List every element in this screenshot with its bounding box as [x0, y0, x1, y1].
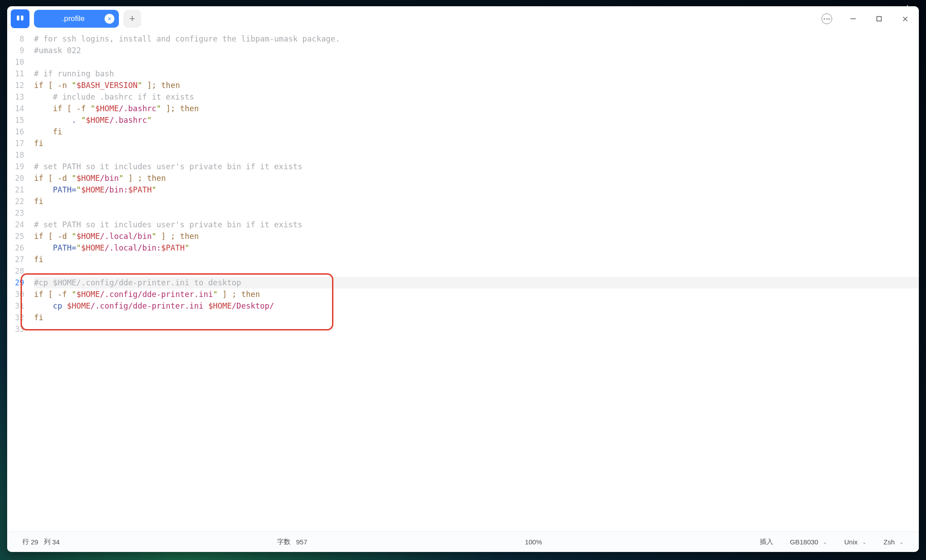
char-count-value: 957: [296, 538, 307, 546]
line-number: 8: [7, 33, 28, 45]
code-line[interactable]: fi: [34, 312, 919, 323]
code-line[interactable]: PATH="$HOME/.local/bin:$PATH": [34, 242, 919, 254]
code-line[interactable]: PATH="$HOME/bin:$PATH": [34, 184, 919, 196]
close-button[interactable]: [900, 14, 910, 24]
line-number: 18: [7, 149, 28, 161]
tab-label: .profile: [42, 14, 105, 23]
close-icon: [902, 16, 909, 22]
line-number: 26: [7, 242, 28, 254]
code-line[interactable]: [34, 56, 919, 68]
line-number: 30: [7, 288, 28, 300]
app-icon: [11, 9, 29, 28]
code-line[interactable]: # set PATH so it includes user's private…: [34, 161, 919, 172]
chevron-down-icon: ⌄: [823, 539, 827, 545]
cursor-position[interactable]: 行 29 列 34: [22, 538, 60, 546]
maximize-button[interactable]: [874, 14, 884, 24]
code-line[interactable]: fi: [34, 196, 919, 207]
new-tab-button[interactable]: +: [123, 10, 141, 28]
encoding-selector[interactable]: GB18030 ⌄: [790, 538, 827, 546]
line-number: 27: [7, 254, 28, 265]
code-line[interactable]: # if running bash: [34, 68, 919, 79]
line-number: 16: [7, 126, 28, 138]
code-line[interactable]: # for ssh logins, install and configure …: [34, 33, 919, 45]
code-line[interactable]: fi: [34, 138, 919, 149]
code-line[interactable]: # set PATH so it includes user's private…: [34, 219, 919, 230]
line-ending-selector[interactable]: Unix ⌄: [844, 538, 867, 546]
minimize-icon: [850, 15, 857, 22]
minimize-button[interactable]: [848, 14, 858, 24]
language-selector[interactable]: Zsh ⌄: [884, 538, 904, 546]
line-number: 29: [7, 277, 28, 288]
insert-mode[interactable]: 插入: [760, 538, 773, 546]
zoom-level[interactable]: 100%: [525, 538, 542, 546]
code-line[interactable]: #cp $HOME/.config/dde-printer.ini to des…: [34, 277, 919, 288]
code-line[interactable]: if [ -f "$HOME/.bashrc" ]; then: [34, 103, 919, 114]
line-number: 25: [7, 230, 28, 242]
tab-profile[interactable]: .profile ×: [34, 10, 119, 28]
col-label: 列: [44, 538, 51, 546]
line-number: 22: [7, 196, 28, 207]
line-number: 10: [7, 56, 28, 68]
row-value: 29: [31, 538, 38, 546]
svg-rect-3: [877, 17, 881, 21]
line-number: 11: [7, 68, 28, 79]
line-number: 15: [7, 114, 28, 126]
line-number: 24: [7, 219, 28, 230]
code-line[interactable]: if [ -d "$HOME/.local/bin" ] ; then: [34, 230, 919, 242]
code-content[interactable]: # for ssh logins, install and configure …: [28, 31, 919, 531]
code-line[interactable]: cp $HOME/.config/dde-printer.ini $HOME/D…: [34, 300, 919, 312]
line-number: 17: [7, 138, 28, 149]
code-line[interactable]: if [ -d "$HOME/bin" ] ; then: [34, 172, 919, 184]
code-line[interactable]: [34, 265, 919, 277]
code-line[interactable]: . "$HOME/.bashrc": [34, 114, 919, 126]
code-line[interactable]: if [ -f "$HOME/.config/dde-printer.ini" …: [34, 288, 919, 300]
char-count: 字数 957: [277, 538, 307, 546]
code-line[interactable]: fi: [34, 254, 919, 265]
editor-window: .profile × + 891011121314151617181920212…: [7, 6, 919, 552]
titlebar: .profile × +: [7, 6, 919, 31]
statusbar: 行 29 列 34 字数 957 100% 插入 GB18030 ⌄: [7, 531, 919, 552]
line-number: 19: [7, 161, 28, 172]
code-line[interactable]: [34, 149, 919, 161]
line-number: 20: [7, 172, 28, 184]
code-line[interactable]: #umask 022: [34, 45, 919, 56]
line-number: 23: [7, 207, 28, 219]
svg-rect-0: [17, 16, 20, 21]
window-controls: [821, 13, 913, 24]
code-line[interactable]: fi: [34, 126, 919, 138]
line-number: 31: [7, 300, 28, 312]
line-number: 32: [7, 312, 28, 323]
line-number: 21: [7, 184, 28, 196]
row-label: 行: [22, 538, 29, 546]
line-number: 28: [7, 265, 28, 277]
code-line[interactable]: [34, 207, 919, 219]
svg-rect-1: [21, 16, 24, 21]
code-line[interactable]: [34, 323, 919, 335]
chevron-down-icon: ⌄: [899, 539, 904, 545]
line-number: 33: [7, 323, 28, 335]
line-number: 12: [7, 79, 28, 91]
menu-button[interactable]: [821, 13, 832, 24]
tab-close-button[interactable]: ×: [105, 14, 114, 24]
line-number-gutter: 8910111213141516171819202122232425262728…: [7, 31, 28, 531]
chevron-down-icon: ⌄: [862, 539, 867, 545]
line-number: 13: [7, 91, 28, 103]
char-count-label: 字数: [277, 538, 290, 546]
col-value: 34: [52, 538, 60, 546]
editor-area[interactable]: 8910111213141516171819202122232425262728…: [7, 31, 919, 531]
line-number: 9: [7, 45, 28, 56]
line-number: 14: [7, 103, 28, 114]
maximize-icon: [875, 15, 883, 22]
quote-icon: [15, 14, 25, 24]
code-line[interactable]: # include .bashrc if it exists: [34, 91, 919, 103]
code-line[interactable]: if [ -n "$BASH_VERSION" ]; then: [34, 79, 919, 91]
